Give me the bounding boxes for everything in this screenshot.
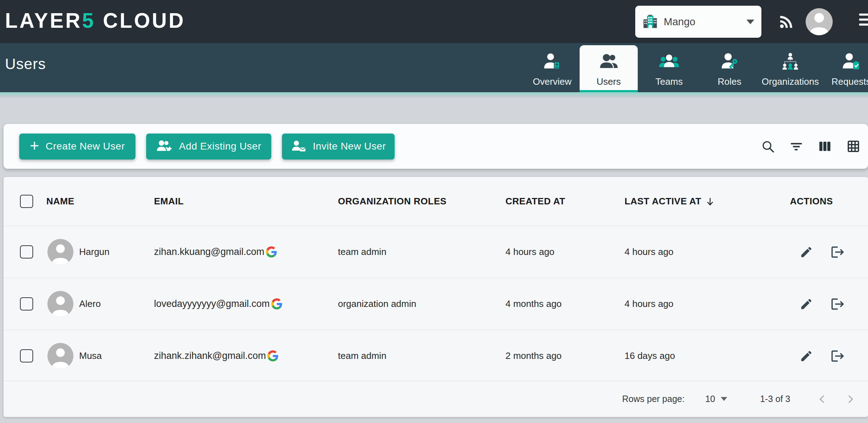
edit-user-button[interactable] <box>798 296 814 312</box>
user-name: Musa <box>79 350 102 361</box>
select-all-checkbox[interactable] <box>20 195 33 208</box>
chevron-right-icon <box>844 393 856 405</box>
org-roles: team admin <box>338 350 505 361</box>
avatar <box>806 8 833 35</box>
google-icon <box>271 298 282 309</box>
building-icon <box>642 14 658 30</box>
remove-user-button[interactable] <box>830 296 846 312</box>
top-app-bar: LAYER5 CLOUD Mango <box>0 0 868 43</box>
last-active-at: 16 days ago <box>625 350 790 361</box>
logo-five-text: 5 <box>82 9 95 32</box>
table-row: Musa zihank.zihank@gmail.com team admin … <box>4 330 868 382</box>
search-icon[interactable] <box>761 140 775 153</box>
group-add-icon <box>156 139 173 153</box>
table-pagination: Rows per page: 10 1-3 of 3 <box>4 381 868 417</box>
button-label: Create New User <box>46 141 125 152</box>
users-table: NAME EMAIL ORGANIZATION ROLES CREATED AT… <box>4 177 868 417</box>
table-view-controls <box>761 140 868 153</box>
view-columns-icon[interactable] <box>818 140 832 153</box>
table-row: Hargun zihan.kkuang@gmail.com team admin… <box>4 226 868 278</box>
tab-overview[interactable]: Overview <box>525 45 580 92</box>
tab-roles[interactable]: Roles <box>700 45 759 92</box>
user-name: Hargun <box>79 246 109 257</box>
rows-per-page-select[interactable]: 10 <box>705 394 727 404</box>
filter-icon[interactable] <box>790 140 803 153</box>
tab-label: Overview <box>533 76 571 87</box>
table-header-row: NAME EMAIL ORGANIZATION ROLES CREATED AT… <box>4 177 868 226</box>
person-mail-icon <box>291 139 306 153</box>
org-roles: organization admin <box>338 298 505 309</box>
google-icon <box>267 350 278 361</box>
row-checkbox[interactable] <box>20 297 33 310</box>
user-avatar-button[interactable] <box>806 0 833 43</box>
created-at: 4 hours ago <box>505 246 625 257</box>
groups-icon <box>659 49 679 74</box>
column-header-created-at[interactable]: CREATED AT <box>505 196 625 207</box>
organization-selector[interactable]: Mango <box>635 6 761 38</box>
user-name: Alero <box>79 298 101 309</box>
created-at: 4 months ago <box>505 298 625 309</box>
layer5-cloud-logo: LAYER5 CLOUD <box>5 8 185 32</box>
chevron-left-icon <box>817 393 828 405</box>
last-active-at: 4 hours ago <box>625 298 790 309</box>
nav-tabs: Overview Users <box>525 45 868 92</box>
user-email: zihank.zihank@gmail.com <box>154 350 266 361</box>
person-badge-icon <box>543 49 562 74</box>
nav-gradient-strip <box>0 92 868 98</box>
pagination-range: 1-3 of 3 <box>760 394 790 404</box>
avatar <box>47 239 73 265</box>
org-roles: team admin <box>338 246 505 257</box>
people-icon <box>599 49 618 74</box>
logo-cloud-text: CLOUD <box>96 9 185 32</box>
tab-label: Roles <box>718 76 741 87</box>
rows-per-page-label: Rows per page: <box>622 394 684 404</box>
tab-users[interactable]: Users <box>580 45 638 92</box>
invite-new-user-button[interactable]: Invite New User <box>282 134 395 160</box>
previous-page-button[interactable] <box>815 392 830 406</box>
tab-label: Requests <box>832 76 868 87</box>
person-key-icon <box>720 49 739 74</box>
remove-user-button[interactable] <box>830 244 846 260</box>
tab-organizations[interactable]: Organizations <box>759 45 822 92</box>
edit-user-button[interactable] <box>798 244 814 260</box>
selected-organization-label: Mango <box>664 16 695 28</box>
next-page-button[interactable] <box>843 392 857 406</box>
avatar <box>47 343 73 369</box>
column-header-email[interactable]: EMAIL <box>154 196 338 207</box>
google-icon <box>266 246 277 257</box>
edit-user-button[interactable] <box>798 348 814 364</box>
row-checkbox[interactable] <box>20 245 33 258</box>
column-header-org-roles[interactable]: ORGANIZATION ROLES <box>338 196 505 207</box>
button-label: Add Existing User <box>179 141 261 152</box>
add-existing-user-button[interactable]: Add Existing User <box>146 134 271 160</box>
button-label: Invite New User <box>313 141 386 152</box>
grid-view-icon[interactable] <box>847 140 860 153</box>
create-new-user-button[interactable]: + Create New User <box>19 134 135 160</box>
person-clipboard-check-icon <box>842 49 861 74</box>
rows-per-page-value: 10 <box>705 394 715 404</box>
column-header-last-active-at[interactable]: LAST ACTIVE AT <box>625 196 790 207</box>
chevron-down-icon <box>721 397 727 401</box>
tab-label: Teams <box>656 76 683 87</box>
rss-icon <box>777 12 796 31</box>
last-active-at: 4 hours ago <box>625 246 790 257</box>
page-title: Users <box>5 56 46 73</box>
column-header-name[interactable]: NAME <box>46 196 154 207</box>
users-nav-bar: Users Overview <box>0 43 868 92</box>
tab-requests[interactable]: Requests <box>822 45 868 92</box>
table-toolbar: + Create New User Add Existing User <box>4 124 868 169</box>
logo-layer-text: LAYER <box>5 9 82 32</box>
table-row: Alero lovedayyyyyyy@gmail.com organizati… <box>4 278 868 330</box>
tab-label: Users <box>597 76 621 87</box>
row-checkbox[interactable] <box>20 349 33 362</box>
column-header-actions: ACTIONS <box>790 196 868 207</box>
tab-teams[interactable]: Teams <box>638 45 700 92</box>
remove-user-button[interactable] <box>830 348 846 364</box>
created-at: 2 months ago <box>505 350 625 361</box>
user-email: lovedayyyyyyy@gmail.com <box>154 298 270 309</box>
org-hierarchy-icon <box>781 49 800 74</box>
rss-feed-button[interactable] <box>777 0 796 43</box>
user-email: zihan.kkuang@gmail.com <box>154 246 264 257</box>
hamburger-menu-icon[interactable] <box>859 14 868 26</box>
chevron-down-icon <box>746 20 754 24</box>
